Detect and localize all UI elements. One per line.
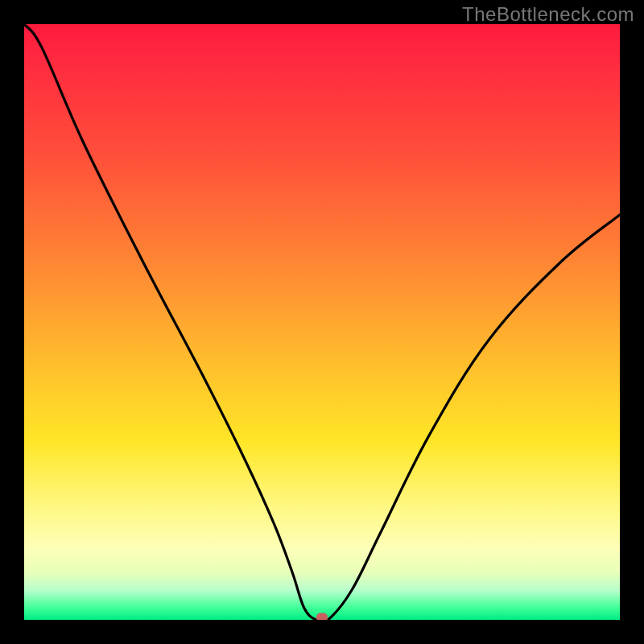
minimum-marker: [316, 613, 328, 621]
curve-svg: [24, 24, 620, 620]
plot-area: [24, 24, 620, 620]
watermark-text: TheBottleneck.com: [462, 3, 634, 26]
chart-container: TheBottleneck.com: [0, 0, 644, 644]
bottleneck-curve: [24, 24, 620, 620]
